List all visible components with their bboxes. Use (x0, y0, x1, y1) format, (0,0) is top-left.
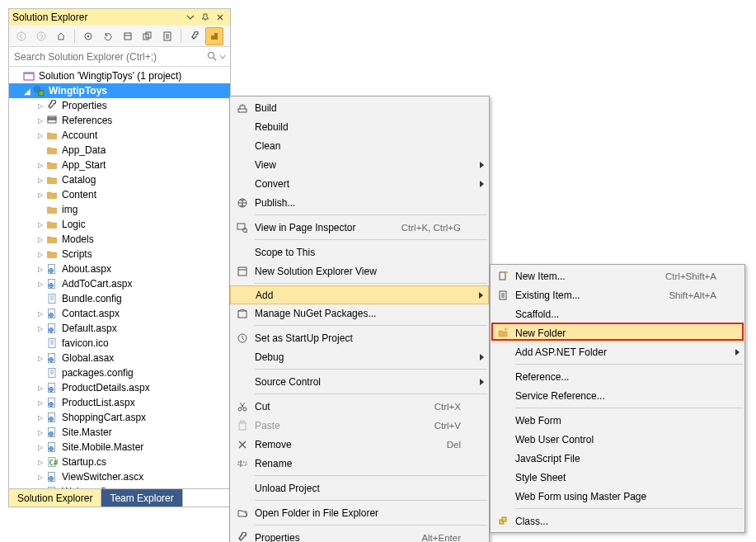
tree-node[interactable]: ▷Scripts (9, 247, 230, 262)
menu-reference[interactable]: Reference... (491, 367, 744, 386)
expand-arrow-icon[interactable]: ▷ (35, 175, 45, 185)
tree-node[interactable]: ▷ViewSwitcher.ascx (9, 469, 230, 484)
expand-arrow-icon[interactable]: ▷ (35, 309, 45, 318)
menu-scope[interactable]: Scope to This (230, 243, 489, 262)
sync-icon[interactable] (79, 27, 97, 45)
expand-arrow-icon[interactable]: ◢ (22, 86, 32, 96)
expand-arrow-icon[interactable]: ▷ (35, 353, 45, 363)
nav-back-icon[interactable] (12, 27, 31, 45)
expand-arrow-icon[interactable]: ▷ (35, 160, 45, 170)
expand-arrow-icon[interactable]: ▷ (35, 249, 45, 259)
menu-rename[interactable]: Rename (230, 454, 489, 473)
tree-node[interactable]: ▷Logic (9, 217, 230, 232)
tree-node[interactable]: ▷Properties (9, 98, 230, 113)
menu-publish[interactable]: Publish... (230, 193, 489, 212)
expand-arrow-icon[interactable]: ▷ (35, 427, 45, 437)
home-icon[interactable] (52, 27, 70, 45)
properties-icon[interactable] (158, 27, 176, 45)
tree-node[interactable]: ▷Account (9, 128, 230, 143)
tree-node-solution[interactable]: ▶ Solution 'WingtipToys' (1 project) (9, 68, 230, 83)
tree-node[interactable]: ▷packages.config (9, 365, 230, 380)
tree-node[interactable]: ▷App_Start (9, 158, 230, 172)
menu-existing-item[interactable]: Existing Item...Shift+Alt+A (491, 285, 744, 304)
tree-node[interactable]: ▷Content (9, 187, 230, 202)
menu-scaffold[interactable]: Scaffold... (491, 304, 744, 323)
expand-arrow-icon[interactable]: ▷ (35, 190, 45, 200)
menu-debug[interactable]: Debug (230, 347, 489, 366)
menu-props[interactable]: PropertiesAlt+Enter (230, 528, 489, 542)
collapse-icon[interactable] (119, 27, 137, 45)
menu-web-form-master[interactable]: Web Form using Master Page (491, 487, 744, 506)
menu-add[interactable]: Add (230, 285, 489, 304)
menu-web-form[interactable]: Web Form (491, 411, 744, 430)
menu-remove[interactable]: RemoveDel (230, 435, 489, 454)
tab-team-explorer[interactable]: Team Explorer (101, 489, 182, 507)
menu-view-page-inspector[interactable]: View in Page Inspector Ctrl+K, Ctrl+G (230, 218, 489, 237)
tree-view[interactable]: ▶ Solution 'WingtipToys' (1 project) ◢ W… (9, 67, 230, 488)
tree-node[interactable]: ▷ProductList.aspx (9, 395, 230, 410)
menu-source-control[interactable]: Source Control (230, 372, 489, 391)
tree-node-project[interactable]: ◢ WingtipToys (9, 83, 230, 98)
menu-asp-folder[interactable]: Add ASP.NET Folder (491, 342, 744, 361)
search-dropdown-icon[interactable] (218, 50, 227, 64)
tree-node[interactable]: ▷References (9, 113, 230, 128)
pin-icon[interactable] (199, 11, 212, 24)
expand-arrow-icon[interactable]: ▷ (35, 101, 45, 111)
menu-startup[interactable]: Set as StartUp Project (230, 328, 489, 347)
tree-node[interactable]: ▷Models (9, 232, 230, 247)
tree-node[interactable]: ▷Global.asax (9, 351, 230, 365)
expand-arrow-icon[interactable]: ▷ (35, 383, 45, 393)
expand-arrow-icon[interactable]: ▷ (35, 442, 45, 452)
tree-node[interactable]: ▷AddToCart.aspx (9, 276, 230, 291)
expand-arrow-icon[interactable]: ▷ (35, 398, 45, 408)
dropdown-icon[interactable] (184, 11, 197, 24)
expand-arrow-icon[interactable]: ▷ (35, 264, 45, 274)
menu-class[interactable]: Class... (491, 511, 744, 530)
menu-build[interactable]: Build (230, 98, 489, 117)
menu-new-sln-view[interactable]: New Solution Explorer View (230, 262, 489, 280)
menu-view[interactable]: View (230, 155, 489, 174)
tree-node[interactable]: ▷App_Data (9, 143, 230, 158)
menu-new-item[interactable]: New Item...Ctrl+Shift+A (491, 266, 744, 285)
tree-node[interactable]: ▷ShoppingCart.aspx (9, 410, 230, 425)
expand-arrow-icon[interactable]: ▷ (35, 472, 45, 482)
expand-arrow-icon[interactable]: ▷ (35, 219, 45, 229)
expand-arrow-icon[interactable]: ▷ (35, 457, 45, 467)
expand-arrow-icon[interactable]: ▷ (35, 130, 45, 140)
close-icon[interactable] (214, 11, 227, 24)
menu-cut[interactable]: CutCtrl+X (230, 397, 489, 416)
tree-node[interactable]: ▷ProductDetails.aspx (9, 380, 230, 395)
tree-node[interactable]: ▷About.aspx (9, 262, 230, 276)
tree-node[interactable]: ▷C#Startup.cs (9, 455, 230, 469)
menu-new-folder[interactable]: New Folder (491, 323, 744, 342)
menu-open-folder[interactable]: Open Folder in File Explorer (230, 503, 489, 522)
search-icon[interactable] (205, 50, 218, 64)
tree-node[interactable]: ▷Default.aspx (9, 321, 230, 336)
nav-fwd-icon[interactable] (32, 27, 50, 45)
expand-arrow-icon[interactable]: ▷ (35, 115, 45, 125)
tree-node[interactable]: ▷Contact.aspx (9, 306, 230, 321)
search-input[interactable] (12, 50, 205, 64)
menu-rebuild[interactable]: Rebuild (230, 117, 489, 136)
expand-arrow-icon[interactable]: ▷ (35, 412, 45, 422)
tab-solution-explorer[interactable]: Solution Explorer (9, 489, 101, 507)
menu-web-user-control[interactable]: Web User Control (491, 430, 744, 449)
menu-nuget[interactable]: Manage NuGet Packages... (230, 304, 489, 323)
tree-node[interactable]: ▷img (9, 202, 230, 217)
expand-arrow-icon[interactable]: ▷ (35, 323, 45, 333)
expand-arrow-icon[interactable]: ▷ (35, 279, 45, 289)
tree-node[interactable]: ▷Site.Mobile.Master (9, 440, 230, 455)
preview-toggle-icon[interactable] (205, 27, 223, 45)
menu-unload[interactable]: Unload Project (230, 478, 489, 497)
tree-node[interactable]: ▷favicon.ico (9, 336, 230, 351)
wrench-icon[interactable] (185, 27, 204, 45)
tree-node[interactable]: ▷Site.Master (9, 425, 230, 440)
menu-convert[interactable]: Convert (230, 174, 489, 193)
show-all-icon[interactable] (139, 27, 157, 45)
refresh-icon[interactable] (99, 27, 117, 45)
menu-clean[interactable]: Clean (230, 136, 489, 155)
tree-node[interactable]: ▷Catalog (9, 172, 230, 187)
expand-arrow-icon[interactable]: ▷ (35, 234, 45, 244)
menu-service-ref[interactable]: Service Reference... (491, 386, 744, 405)
menu-style-sheet[interactable]: Style Sheet (491, 468, 744, 487)
